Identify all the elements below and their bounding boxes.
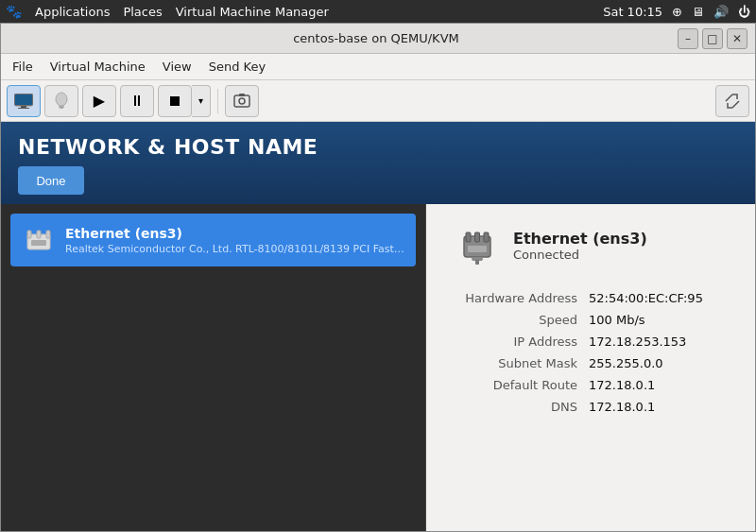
window-titlebar: centos-base on QEMU/KVM – □ ✕ [1, 24, 755, 54]
system-bar: 🐾 Applications Places Virtual Machine Ma… [0, 0, 756, 23]
detail-row: Default Route172.18.0.1 [455, 374, 736, 396]
stop-dropdown[interactable]: ▾ [192, 85, 211, 117]
detail-title-block: Ethernet (ens3) Connected [513, 230, 647, 262]
display-icon: 🖥 [692, 5, 704, 19]
detail-value: 52:54:00:EC:CF:95 [587, 287, 736, 309]
svg-point-8 [239, 98, 245, 104]
volume-icon: 🔊 [713, 5, 729, 19]
stop-button[interactable]: ⏹ [158, 85, 192, 117]
detail-value: 100 Mb/s [587, 309, 736, 331]
ethernet-description: Realtek Semiconductor Co., Ltd. RTL-8100… [65, 243, 405, 255]
detail-label: Default Route [455, 374, 587, 396]
vm-manager-menu[interactable]: Virtual Machine Manager [176, 5, 329, 19]
ethernet-info: Ethernet (ens3) Realtek Semiconductor Co… [65, 226, 405, 255]
svg-rect-16 [466, 232, 471, 242]
window-controls: – □ ✕ [678, 28, 747, 49]
right-panel: Ethernet (ens3) Connected Hardware Addre… [426, 204, 755, 531]
resize-button[interactable] [715, 85, 749, 117]
svg-rect-9 [239, 94, 245, 96]
detail-label: IP Address [455, 331, 587, 352]
detail-value: 172.18.0.1 [587, 396, 736, 418]
power-icon[interactable]: ⏻ [738, 5, 750, 19]
info-button[interactable] [44, 85, 78, 117]
svg-rect-11 [27, 231, 31, 238]
detail-row: Hardware Address52:54:00:EC:CF:95 [455, 287, 736, 309]
detail-value: 255.255.0.0 [587, 352, 736, 374]
detail-value: 172.18.253.153 [587, 331, 736, 352]
detail-label: Hardware Address [455, 287, 587, 309]
detail-value: 172.18.0.1 [587, 374, 736, 396]
screenshot-icon [233, 93, 250, 110]
close-button[interactable]: ✕ [727, 28, 747, 49]
resize-icon [724, 93, 741, 110]
toolbar-separator [217, 89, 218, 113]
svg-rect-3 [18, 108, 29, 109]
detail-row: Speed100 Mb/s [455, 309, 736, 331]
ethernet-cable-icon [24, 227, 54, 253]
detail-header: Ethernet (ens3) Connected [455, 223, 736, 268]
monitor-icon [14, 94, 33, 109]
detail-info-table: Hardware Address52:54:00:EC:CF:95Speed10… [455, 287, 736, 418]
page-title: NETWORK & HOST NAME [18, 135, 738, 159]
svg-rect-12 [37, 231, 41, 238]
pause-button[interactable]: ⏸ [120, 85, 154, 117]
detail-eth-status: Connected [513, 248, 647, 262]
svg-rect-17 [475, 232, 480, 242]
toolbar: ▶ ⏸ ⏹ ▾ [1, 80, 755, 122]
main-content: Ethernet (ens3) Realtek Semiconductor Co… [1, 204, 755, 531]
svg-point-4 [56, 93, 67, 106]
places-menu[interactable]: Places [123, 5, 162, 19]
lightbulb-icon [54, 92, 69, 111]
left-panel: Ethernet (ens3) Realtek Semiconductor Co… [1, 204, 426, 531]
screenshot-button[interactable] [225, 85, 259, 117]
play-button[interactable]: ▶ [82, 85, 116, 117]
svg-rect-1 [15, 94, 32, 105]
detail-label: Speed [455, 309, 587, 331]
detail-label: Subnet Mask [455, 352, 587, 374]
detail-eth-icon [455, 223, 500, 268]
detail-label: DNS [455, 396, 587, 418]
svg-rect-7 [234, 95, 249, 107]
detail-row: IP Address172.18.253.153 [455, 331, 736, 352]
detail-row: DNS172.18.0.1 [455, 396, 736, 418]
minimize-button[interactable]: – [678, 28, 698, 49]
system-bar-left: 🐾 Applications Places Virtual Machine Ma… [6, 4, 329, 19]
svg-rect-13 [46, 231, 50, 238]
virtual-machine-menu[interactable]: Virtual Machine [43, 57, 153, 77]
detail-row: Subnet Mask255.255.0.0 [455, 352, 736, 374]
svg-rect-19 [468, 246, 487, 252]
done-button[interactable]: Done [18, 166, 84, 195]
ethernet-icon [22, 223, 56, 257]
detail-eth-name: Ethernet (ens3) [513, 230, 647, 248]
page-header: NETWORK & HOST NAME Done [1, 122, 755, 204]
file-menu[interactable]: File [5, 57, 41, 77]
system-bar-right: Sat 10:15 ⊕ 🖥 🔊 ⏻ [603, 5, 750, 19]
svg-rect-5 [59, 106, 64, 108]
ethernet-list-item[interactable]: Ethernet (ens3) Realtek Semiconductor Co… [10, 214, 416, 266]
svg-rect-18 [484, 232, 489, 242]
applications-menu[interactable]: Applications [35, 5, 110, 19]
ethernet-detail-icon [456, 227, 498, 265]
monitor-button[interactable] [7, 85, 41, 117]
svg-rect-6 [60, 108, 63, 109]
maximize-button[interactable]: □ [702, 28, 723, 49]
content-area: NETWORK & HOST NAME Done [1, 122, 755, 531]
svg-rect-14 [31, 240, 46, 246]
svg-rect-21 [475, 260, 479, 265]
resize-area [715, 85, 749, 117]
window-title: centos-base on QEMU/KVM [75, 31, 678, 45]
clock: Sat 10:15 [603, 5, 662, 19]
view-menu[interactable]: View [155, 57, 199, 77]
vm-window: centos-base on QEMU/KVM – □ ✕ File Virtu… [0, 23, 756, 532]
svg-rect-2 [21, 106, 26, 108]
ethernet-name: Ethernet (ens3) [65, 226, 405, 241]
menu-bar: File Virtual Machine View Send Key [1, 54, 755, 80]
network-status-icon: ⊕ [672, 5, 682, 19]
distro-logo: 🐾 [6, 4, 22, 19]
send-key-menu[interactable]: Send Key [201, 57, 273, 77]
